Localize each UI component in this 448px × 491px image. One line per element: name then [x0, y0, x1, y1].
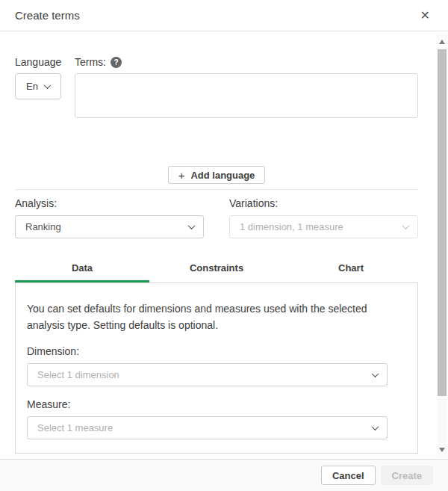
variations-select[interactable]: 1 dimension, 1 measure: [229, 215, 418, 238]
scroll-down-arrow-icon[interactable]: [439, 448, 445, 452]
tab-constraints[interactable]: Constraints: [149, 258, 284, 282]
chevron-down-icon: [188, 222, 196, 229]
analysis-variations-row: Analysis: Ranking Variations: 1 dimensio…: [15, 197, 418, 238]
scroll-up-arrow-icon[interactable]: [439, 40, 445, 44]
close-icon: ✕: [420, 9, 430, 22]
create-terms-dialog: Create terms ✕ Language Terms: ? En: [0, 0, 448, 491]
dialog-title: Create terms: [15, 9, 80, 22]
plus-icon: +: [178, 170, 185, 181]
terms-input[interactable]: [75, 73, 418, 118]
terms-label-wrap: Terms: ?: [75, 56, 122, 68]
variations-column: Variations: 1 dimension, 1 measure: [229, 197, 418, 238]
measure-select[interactable]: Select 1 measure: [27, 416, 388, 439]
language-terms-input-row: En: [15, 73, 418, 118]
cancel-button[interactable]: Cancel: [321, 466, 376, 485]
divider: [15, 189, 418, 190]
dimension-select[interactable]: Select 1 dimension: [27, 363, 388, 386]
analysis-label: Analysis:: [15, 197, 204, 209]
tab-chart[interactable]: Chart: [284, 258, 418, 282]
scrollbar[interactable]: [437, 35, 447, 458]
chevron-down-icon: [372, 370, 379, 377]
add-language-label: Add language: [190, 170, 255, 181]
create-button[interactable]: Create: [381, 466, 433, 485]
active-tab-underline: [15, 280, 149, 282]
chevron-down-icon: [402, 222, 410, 229]
language-terms-label-row: Language Terms: ?: [15, 56, 418, 68]
chevron-down-icon: [44, 81, 52, 89]
analysis-select-value: Ranking: [25, 221, 61, 232]
variations-select-value: 1 dimension, 1 measure: [240, 221, 343, 232]
close-button[interactable]: ✕: [417, 8, 433, 23]
help-icon[interactable]: ?: [111, 57, 122, 68]
variations-label: Variations:: [229, 197, 418, 209]
add-language-button[interactable]: + Add language: [168, 166, 266, 184]
defaults-description: You can set defaults for dimensions and …: [27, 300, 406, 333]
dialog-content: Language Terms: ? En + Add language: [0, 56, 448, 454]
analysis-select[interactable]: Ranking: [15, 215, 204, 238]
tabstrip: Data Constraints Chart: [15, 258, 418, 282]
language-select[interactable]: En: [15, 73, 61, 99]
dimension-label: Dimension:: [27, 345, 406, 357]
measure-label: Measure:: [27, 398, 406, 410]
chevron-down-icon: [372, 423, 379, 430]
tab-data[interactable]: Data: [15, 258, 149, 282]
language-select-value: En: [26, 81, 38, 92]
tab-chart-label: Chart: [338, 262, 364, 274]
measure-select-placeholder: Select 1 measure: [37, 422, 113, 433]
data-tab-panel: You can set defaults for dimensions and …: [15, 282, 418, 454]
tab-constraints-label: Constraints: [190, 262, 243, 274]
language-label: Language: [15, 56, 75, 68]
analysis-column: Analysis: Ranking: [15, 197, 204, 238]
dialog-header: Create terms ✕: [0, 0, 448, 31]
dialog-body: Language Terms: ? En + Add language: [0, 32, 448, 459]
dimension-select-placeholder: Select 1 dimension: [37, 369, 119, 380]
dialog-footer: Cancel Create: [0, 459, 448, 491]
scrollbar-thumb[interactable]: [438, 49, 447, 396]
add-language-row: + Add language: [15, 166, 418, 184]
terms-label: Terms:: [75, 56, 106, 68]
tab-data-label: Data: [72, 262, 93, 274]
